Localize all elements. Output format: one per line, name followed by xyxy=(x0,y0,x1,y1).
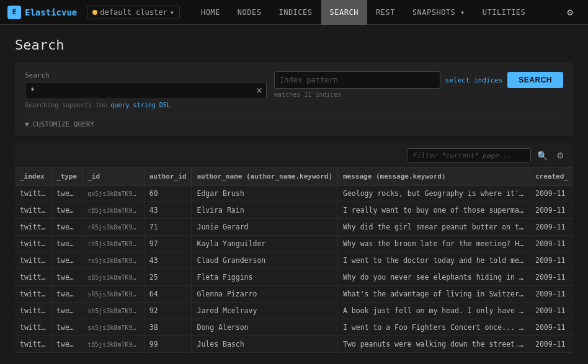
cell-index: twitter xyxy=(15,303,51,319)
gear-icon: ⚙ xyxy=(567,6,573,18)
main-content: Search Search ✕ Searching supports the q… xyxy=(0,25,588,359)
page-title: Search xyxy=(15,37,573,53)
nav-indices[interactable]: INDICES xyxy=(270,0,321,25)
nav-utilities[interactable]: UTILITIES xyxy=(474,0,535,25)
cell-type: tweet xyxy=(51,185,82,202)
table-row[interactable]: twitter tweet rR5js3k8mTK9HDf7Rs0C 71 Ju… xyxy=(15,219,573,236)
cell-index: twitter xyxy=(15,236,51,252)
table-row[interactable]: twitter tweet sh5js3k8mTK9HDf7Rs0C 92 Ja… xyxy=(15,303,573,319)
settings-button[interactable]: ⚙ xyxy=(559,2,581,23)
cell-author-name: Jared Mcelravy xyxy=(192,303,338,319)
cell-type: tweet xyxy=(51,219,82,236)
cell-id: sB5js3k8mTK9HDf7Rs0C xyxy=(82,269,145,286)
search-results-icon-button[interactable]: 🔍 xyxy=(535,149,550,162)
cell-index: twitter xyxy=(15,269,51,286)
cell-id: rR5js3k8mTK9HDf7Rs0C xyxy=(82,219,145,236)
settings-results-icon-button[interactable]: ⚙ xyxy=(554,149,567,162)
table-row[interactable]: twitter tweet sR5js3k8mTK9HDf7Rs0C 64 Gl… xyxy=(15,286,573,303)
cluster-status-dot xyxy=(92,10,97,15)
cell-author-id: 43 xyxy=(144,202,192,219)
search-icon: 🔍 xyxy=(537,151,548,161)
table-row[interactable]: twitter tweet qx5js3k8mTK9HDf7Rs0C 60 Ed… xyxy=(15,185,573,202)
cell-message: I went to the doctor today and he told m… xyxy=(338,252,530,269)
col-header-author-id: author_id xyxy=(144,168,192,185)
logo-icon: E xyxy=(7,6,21,19)
nav-rest[interactable]: REST xyxy=(367,0,404,25)
query-string-dsl-link[interactable]: query string DSL xyxy=(110,102,170,109)
nav-snapshots[interactable]: SNAPSHOTS ▾ xyxy=(404,0,474,25)
nav-home[interactable]: HOME xyxy=(192,0,229,25)
cell-author-name: Edgar Brush xyxy=(192,185,338,202)
col-header-created: created_ xyxy=(530,168,574,185)
nav-search[interactable]: SEARCH xyxy=(321,0,367,25)
cell-author-id: 60 xyxy=(144,185,192,202)
clear-search-button[interactable]: ✕ xyxy=(256,86,263,95)
cell-author-name: Elvira Rain xyxy=(192,202,338,219)
cell-id: sh5js3k8mTK9HDf7Rs0C xyxy=(82,303,145,319)
table-row[interactable]: twitter tweet sB5js3k8mTK9HDf7Rs0C 25 Fl… xyxy=(15,269,573,286)
results-toolbar: 🔍 ⚙ xyxy=(15,143,573,168)
cell-created: 2009-11 xyxy=(530,269,574,286)
search-input[interactable] xyxy=(25,82,267,99)
cell-author-name: Claud Granderson xyxy=(192,252,338,269)
results-area: 🔍 ⚙ _index _type _id author_id author_na… xyxy=(15,143,573,353)
col-header-id: _id xyxy=(82,168,145,185)
table-row[interactable]: twitter tweet rh5js3k8mTK9HDf7Rs0C 97 Ka… xyxy=(15,236,573,252)
cell-type: tweet xyxy=(51,336,82,353)
cell-message: I went to a Foo Fighters Concert once...… xyxy=(338,319,530,336)
cell-author-name: Kayla Yanguilder xyxy=(192,236,338,252)
cell-author-id: 38 xyxy=(144,319,192,336)
cell-id: rB5js3k8mTK9HDf7Rs0C xyxy=(82,202,145,219)
search-button[interactable]: SEARCH xyxy=(507,72,563,88)
cell-author-name: Fleta Figgins xyxy=(192,269,338,286)
col-header-index: _index xyxy=(15,168,51,185)
cell-created: 2009-11 xyxy=(530,336,574,353)
cell-created: 2009-11 xyxy=(530,303,574,319)
cell-message: I really want to buy one of those superm… xyxy=(338,202,530,219)
nav-nodes[interactable]: NODES xyxy=(229,0,270,25)
cell-message: A book just fell on my head. I only have… xyxy=(338,303,530,319)
cell-index: twitter xyxy=(15,185,51,202)
table-row[interactable]: twitter tweet rB5js3k8mTK9HDf7Rs0C 43 El… xyxy=(15,202,573,219)
cell-id: sR5js3k8mTK9HDf7Rs0C xyxy=(82,286,145,303)
search-form: Search ✕ Searching supports the query st… xyxy=(15,63,573,136)
cell-created: 2009-11 xyxy=(530,319,574,336)
index-pattern-input[interactable] xyxy=(274,71,440,89)
cell-id: tB5js3k8mTK9HDf7Rs0C xyxy=(82,336,145,353)
cell-message: Geology rocks, but Geography is where it… xyxy=(338,185,530,202)
search-label: Search xyxy=(25,71,267,79)
cell-created: 2009-11 xyxy=(530,252,574,269)
cell-type: tweet xyxy=(51,202,82,219)
cell-created: 2009-11 xyxy=(530,202,574,219)
cell-index: twitter xyxy=(15,219,51,236)
cell-author-name: Glenna Pizarro xyxy=(192,286,338,303)
table-row[interactable]: twitter tweet rx5js3k8mTK9HDf7Rs0C 43 Cl… xyxy=(15,252,573,269)
cell-author-id: 97 xyxy=(144,236,192,252)
col-header-type: _type xyxy=(51,168,82,185)
cell-created: 2009-11 xyxy=(530,185,574,202)
cell-created: 2009-11 xyxy=(530,286,574,303)
cluster-selector[interactable]: default cluster ▾ xyxy=(87,6,180,19)
cell-author-name: Junie Gerard xyxy=(192,219,338,236)
chevron-down-icon: ▼ xyxy=(25,120,29,128)
table-row[interactable]: twitter tweet sx5js3k8mTK9HDf7Rs0C 38 Do… xyxy=(15,319,573,336)
cell-index: twitter xyxy=(15,319,51,336)
table-header-row: _index _type _id author_id author_name (… xyxy=(15,168,573,185)
col-header-author-name: author_name (author_name.keyword) xyxy=(192,168,338,185)
table-row[interactable]: twitter tweet tB5js3k8mTK9HDf7Rs0C 99 Ju… xyxy=(15,336,573,353)
cell-author-id: 71 xyxy=(144,219,192,236)
filter-input[interactable] xyxy=(407,148,531,162)
cell-index: twitter xyxy=(15,252,51,269)
customize-query-toggle[interactable]: ▼ CUSTOMIZE QUERY xyxy=(25,115,563,128)
results-table: _index _type _id author_id author_name (… xyxy=(15,168,573,353)
app-logo[interactable]: E Elasticvue xyxy=(7,6,77,19)
cell-message: Two peanuts were walking down the street… xyxy=(338,336,530,353)
query-hint: Searching supports the query string DSL xyxy=(25,102,267,109)
cell-author-id: 25 xyxy=(144,269,192,286)
select-indices-link[interactable]: select indices xyxy=(445,76,503,84)
cell-message: Why was the broom late for the meeting? … xyxy=(338,236,530,252)
results-tbody: twitter tweet qx5js3k8mTK9HDf7Rs0C 60 Ed… xyxy=(15,185,573,353)
cell-type: tweet xyxy=(51,286,82,303)
cell-author-name: Jules Basch xyxy=(192,336,338,353)
cell-created: 2009-11 xyxy=(530,236,574,252)
